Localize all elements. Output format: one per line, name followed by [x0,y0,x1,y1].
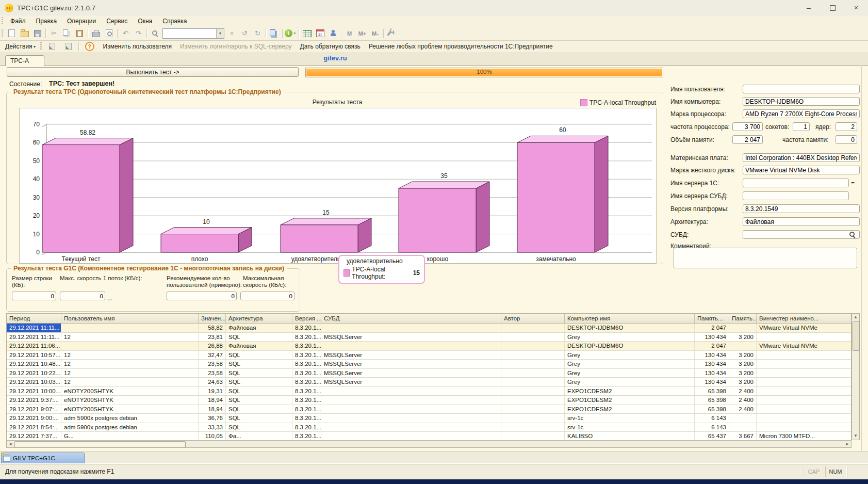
table-cell[interactable] [501,351,565,360]
table-cell[interactable] [501,333,565,342]
table-board-button[interactable] [301,28,313,39]
table-cell[interactable]: 12 [61,333,199,342]
column-header[interactable]: Период [7,314,61,323]
table-cell[interactable]: 12 [61,378,199,386]
menu-operations[interactable]: Операции [62,17,101,26]
table-cell[interactable]: 8.3.20.1... [292,423,321,432]
calendar-button[interactable]: 31 [314,28,326,39]
table-cell[interactable] [757,423,851,432]
minimize-button[interactable]: – [797,0,821,15]
table-cell[interactable]: 12 [61,360,199,368]
column-header[interactable]: Версия ... [292,314,321,323]
print-preview-button[interactable] [103,28,115,39]
table-cell[interactable] [321,387,501,396]
table-cell[interactable]: 23,58 [199,360,226,368]
table-cell[interactable]: 8.3.20.1... [292,369,321,378]
table-cell[interactable]: 29.12.2021 9:07:... [7,405,61,414]
table-cell[interactable] [321,414,501,423]
table-cell[interactable] [757,414,851,423]
table-cell[interactable]: 65 398 [695,396,729,405]
table-cell[interactable]: 29.12.2021 10:57... [7,351,61,360]
help-button[interactable]: ? [80,41,99,52]
dbms-search-icon[interactable] [849,231,856,238]
table-cell[interactable]: 8.3.20.1... [292,342,321,350]
table-cell[interactable] [501,342,565,350]
table-cell[interactable]: 2 047 [695,324,729,332]
sockets-field[interactable] [793,122,810,131]
column-header[interactable]: Компьютер имя [565,314,695,323]
column-header[interactable]: Значен... [199,314,226,323]
toolbar-grip[interactable] [2,29,3,38]
table-cell[interactable] [757,369,851,378]
table-cell[interactable]: 2 400 [729,396,757,405]
cores-field[interactable] [836,122,857,131]
column-header[interactable]: Архитектура [226,314,292,323]
paste-button[interactable] [74,28,86,39]
table-cell[interactable]: SQL [226,351,292,360]
table-cell[interactable] [501,423,565,432]
table-cell[interactable]: 29.12.2021 9:00:... [7,414,61,423]
redo-button[interactable]: ↷ [133,28,144,39]
column-header[interactable]: Память.. [729,314,757,323]
table-cell[interactable]: MSSQLServer [321,369,501,378]
ram-freq-field[interactable] [836,135,857,144]
table-cell[interactable]: 29.12.2021 7:37... [7,432,61,441]
table-horizontal-scrollbar[interactable]: ◄ ► [6,440,851,448]
menu-help[interactable]: Справка [157,17,192,26]
table-cell[interactable]: 65 398 [695,387,729,396]
m-plus-button[interactable]: M+ [356,28,368,39]
post-button[interactable] [44,42,60,51]
find-input[interactable] [163,29,216,38]
table-cell[interactable]: 130 434 [695,333,729,342]
m-button[interactable]: M [343,28,355,39]
cpu-freq-field[interactable] [732,122,763,131]
table-cell[interactable]: 29.12.2021 11:11... [7,324,61,332]
table-row[interactable]: 29.12.2021 10:57...1232,47SQL8.3.20.1...… [7,351,851,360]
post-and-close-button[interactable] [60,42,77,51]
g1c-users-field[interactable] [167,292,237,300]
table-cell[interactable] [61,342,199,350]
settings-button[interactable]: ▼ [386,28,398,39]
table-cell[interactable]: 6 143 [695,414,729,423]
new-document-button[interactable] [6,28,18,39]
table-cell[interactable] [757,351,851,360]
table-cell[interactable]: MSSQLServer [321,351,501,360]
horizontal-scroll-thumb[interactable] [14,441,186,448]
table-cell[interactable]: SQL [226,414,292,423]
scroll-left-icon[interactable]: ◄ [7,441,14,447]
table-cell[interactable]: Grey [565,378,695,386]
table-cell[interactable]: VMware Virtual NVMe [757,324,851,332]
toolbar-grip[interactable] [2,17,3,25]
tab-tpc-a[interactable]: TPC-A [5,55,44,66]
table-cell[interactable]: 2 400 [729,405,757,414]
table-cell[interactable] [321,405,501,414]
table-cell[interactable] [757,378,851,386]
table-cell[interactable]: 3 200 [729,360,757,368]
table-cell[interactable]: 8.3.20.1... [292,351,321,360]
find-combobox[interactable]: ▼ [162,28,224,39]
table-cell[interactable] [501,396,565,405]
table-cell[interactable] [729,342,757,350]
table-cell[interactable] [501,369,565,378]
table-cell[interactable] [321,432,501,441]
table-cell[interactable]: 33,33 [199,423,226,432]
table-cell[interactable]: SQL [226,360,292,368]
table-cell[interactable]: EXPO1CDESM2 [565,396,695,405]
table-cell[interactable]: VMware Virtual NVMe [757,342,851,350]
table-cell[interactable] [61,324,199,332]
column-header[interactable]: СУБД [321,314,501,323]
table-row[interactable]: 29.12.2021 11:11...58,82Файловая8.3.20.1… [7,324,851,333]
column-header[interactable]: Память... [695,314,729,323]
save-button[interactable] [31,28,43,39]
table-cell[interactable]: 130 434 [695,378,729,386]
computer-name-field[interactable] [743,97,860,106]
table-cell[interactable] [501,324,565,332]
table-cell[interactable]: eNOTY200SHTYK [61,396,199,405]
table-cell[interactable] [501,405,565,414]
table-cell[interactable]: Grey [565,369,695,378]
table-cell[interactable]: 3 200 [729,369,757,378]
motherboard-field[interactable] [743,153,860,162]
scroll-down-icon[interactable]: ▼ [852,432,859,440]
table-cell[interactable]: SQL [226,396,292,405]
chevron-down-icon[interactable]: ▼ [216,29,224,38]
